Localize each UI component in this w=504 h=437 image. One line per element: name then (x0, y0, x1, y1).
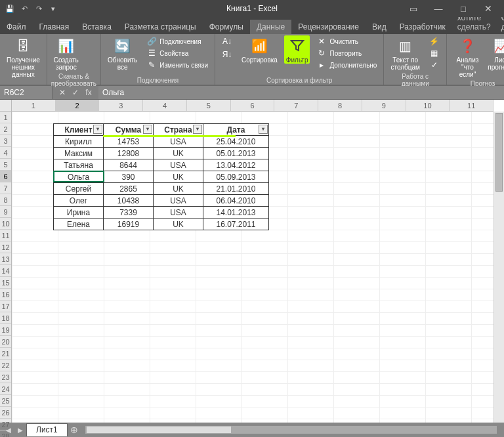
row-header[interactable]: 22 (0, 360, 11, 371)
col-header[interactable]: 7 (274, 100, 318, 111)
hscroll-thumb[interactable] (87, 427, 231, 433)
table-cell[interactable]: USA (154, 136, 203, 148)
row-header[interactable]: 4 (0, 147, 11, 159)
refresh-all-button[interactable]: 🔄 Обновить все (105, 35, 140, 72)
table-cell[interactable]: USA (154, 195, 203, 207)
row-header[interactable]: 9 (0, 206, 11, 218)
whatif-button[interactable]: ❓ Анализ "что если" (451, 35, 484, 79)
table-cell[interactable]: Ирина (54, 207, 104, 218)
vertical-scrollbar[interactable] (494, 112, 504, 423)
row-header[interactable]: 13 (0, 253, 11, 265)
customize-qa-icon[interactable]: ▾ (47, 3, 59, 14)
filter-dropdown-icon[interactable] (259, 125, 268, 134)
col-header[interactable]: 9 (362, 100, 406, 111)
row-header[interactable]: 18 (0, 312, 11, 324)
row-header[interactable]: 25 (0, 395, 11, 407)
col-header[interactable]: 3 (99, 100, 143, 111)
row-header[interactable]: 24 (0, 383, 11, 395)
filter-dropdown-icon[interactable] (143, 125, 152, 134)
table-row[interactable]: Татьяна8644USA13.04.2012 (54, 159, 269, 171)
table-row[interactable]: Ольга390UK05.09.2013 (54, 171, 269, 183)
new-query-button[interactable]: 📊 Создать запрос (51, 35, 81, 72)
tab-file[interactable]: Файл (0, 20, 33, 34)
connections-button[interactable]: 🔗Подключения (144, 35, 211, 47)
fx-icon[interactable]: fx (83, 88, 94, 97)
col-header[interactable]: 6 (231, 100, 275, 111)
save-icon[interactable]: 💾 (4, 3, 16, 14)
horizontal-scrollbar[interactable] (85, 425, 497, 434)
table-cell[interactable]: 21.01.2010 (203, 183, 269, 195)
tab-view[interactable]: Вид (366, 20, 393, 34)
row-header[interactable]: 3 (0, 135, 11, 147)
row-header[interactable]: 5 (0, 159, 11, 171)
sort-za-button[interactable]: Я↓ (219, 49, 235, 60)
redo-icon[interactable]: ↷ (33, 3, 45, 14)
table-row[interactable]: Максим12808UK05.01.2013 (54, 148, 269, 159)
table-cell[interactable]: 25.04.2010 (203, 136, 269, 148)
undo-icon[interactable]: ↶ (18, 3, 30, 14)
table-cell[interactable]: 14753 (104, 136, 154, 148)
table-cell[interactable]: Татьяна (54, 159, 104, 171)
table-cell[interactable]: Елена (54, 218, 104, 230)
advanced-filter-button[interactable]: ▸Дополнительно (314, 59, 379, 71)
minimize-button[interactable]: — (427, 1, 450, 16)
filter-dropdown-icon[interactable] (93, 125, 102, 134)
tab-data[interactable]: Данные (250, 20, 291, 34)
tab-review[interactable]: Рецензирование (291, 20, 366, 34)
table-cell[interactable]: USA (154, 207, 203, 218)
row-header[interactable]: 21 (0, 348, 11, 360)
table-row[interactable]: Ирина7339USA14.01.2013 (54, 207, 269, 218)
get-external-data-button[interactable]: 🗄 Получение нешних данных (4, 35, 43, 79)
reapply-button[interactable]: ↻Повторить (314, 47, 379, 59)
maximize-button[interactable]: □ (452, 1, 475, 16)
select-all-corner[interactable] (0, 100, 12, 112)
table-header[interactable]: Страна (154, 124, 203, 136)
properties-button[interactable]: ☰Свойства (144, 47, 211, 59)
table-cell[interactable]: 05.01.2013 (203, 148, 269, 159)
table-cell[interactable]: 16.07.2011 (203, 218, 269, 230)
col-header[interactable]: 11 (450, 100, 494, 111)
table-row[interactable]: Олег10438USA06.04.2010 (54, 195, 269, 207)
row-header[interactable]: 12 (0, 241, 11, 253)
table-row[interactable]: Елена16919UK16.07.2011 (54, 218, 269, 230)
table-cell[interactable]: 390 (104, 171, 154, 183)
table-cell[interactable]: 12808 (104, 148, 154, 159)
tab-formulas[interactable]: Формулы (203, 20, 250, 34)
cancel-icon[interactable]: ✕ (56, 88, 68, 97)
row-header[interactable]: 26 (0, 407, 11, 419)
table-cell[interactable]: Сергей (54, 183, 104, 195)
col-header[interactable]: 8 (318, 100, 362, 111)
row-header[interactable]: 6 (0, 171, 11, 182)
close-button[interactable]: ✕ (476, 1, 500, 16)
scroll-thumb[interactable] (495, 113, 503, 192)
col-header[interactable]: 5 (187, 100, 231, 111)
col-header[interactable]: 4 (143, 100, 187, 111)
data-table[interactable]: КлиентСуммаСтранаДатаКирилл14753USA25.04… (53, 123, 269, 230)
table-cell[interactable]: USA (154, 159, 203, 171)
column-headers[interactable]: 1234567891011 (12, 100, 494, 112)
table-cell[interactable]: UK (154, 183, 203, 195)
col-header[interactable]: 10 (406, 100, 450, 111)
forecast-sheet-button[interactable]: 📈 Лист прогноза (488, 35, 504, 72)
table-cell[interactable]: 7339 (104, 207, 154, 218)
data-val-button[interactable]: ✓ (427, 59, 442, 71)
text-to-columns-button[interactable]: ▥ Текст по столбцам (388, 35, 423, 72)
col-header[interactable]: 1 (12, 100, 56, 111)
add-sheet-button[interactable]: ⊕ (68, 425, 81, 435)
tab-nav-next[interactable]: ▶ (14, 425, 26, 435)
row-header[interactable]: 15 (0, 277, 11, 289)
table-cell[interactable]: 13.04.2012 (203, 159, 269, 171)
row-header[interactable]: 11 (0, 230, 11, 241)
cell-grid[interactable]: КлиентСуммаСтранаДатаКирилл14753USA25.04… (12, 112, 494, 423)
tab-home[interactable]: Главная (33, 20, 76, 34)
row-header[interactable]: 27 (0, 419, 11, 430)
tab-layout[interactable]: Разметка страницы (118, 20, 203, 34)
worksheet[interactable]: 1234567891011 12345678910111213141516171… (0, 100, 504, 423)
table-cell[interactable]: 14.01.2013 (203, 207, 269, 218)
table-cell[interactable]: 06.04.2010 (203, 195, 269, 207)
table-cell[interactable]: 05.09.2013 (203, 171, 269, 183)
table-cell[interactable]: 16919 (104, 218, 154, 230)
sort-button[interactable]: 📶 Сортировка (239, 35, 280, 65)
table-row[interactable]: Сергей2865UK21.01.2010 (54, 183, 269, 195)
row-header[interactable]: 16 (0, 289, 11, 301)
